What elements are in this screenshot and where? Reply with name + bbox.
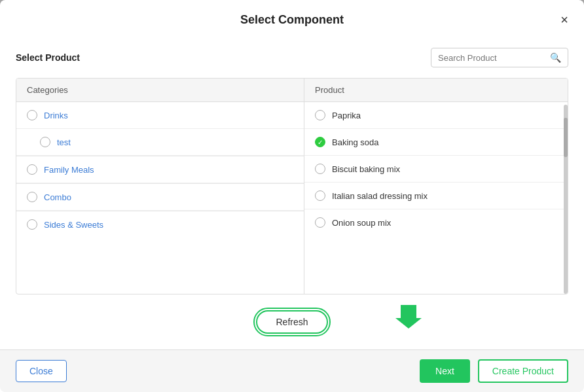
product-item-baking-soda[interactable]: ✓ Baking soda [304,129,568,156]
product-label-paprika: Paprika [332,111,361,120]
svg-marker-0 [395,305,422,329]
arrow-down-icon [393,298,424,332]
category-item-family-meals[interactable]: Family Meals [16,156,304,183]
categories-panel: Categories Drinks test [16,79,304,294]
modal-overlay: Select Component × Select Product 🔍 Cate… [0,0,584,392]
category-item-combo[interactable]: Combo [16,184,304,211]
modal-title: Select Component [240,13,344,27]
products-panel-header: Product [304,79,568,102]
product-label-italian-salad-dressing-mix: Italian salad dressing mix [332,191,428,201]
categories-scroll[interactable]: Drinks test Family Meals [16,102,304,294]
product-item-paprika[interactable]: Paprika [304,102,568,129]
product-label-onion-soup-mix: Onion soup mix [332,218,391,228]
product-item-italian-salad-dressing-mix[interactable]: Italian salad dressing mix [304,183,568,209]
footer-right: Next Create Product [420,359,568,383]
category-label-combo: Combo [44,192,71,202]
radio-paprika[interactable] [315,110,325,120]
category-item-drinks[interactable]: Drinks [16,102,304,129]
search-input[interactable] [438,53,550,63]
categories-panel-header: Categories [16,79,304,102]
modal-body: Select Product 🔍 Categories Drinks [0,37,584,349]
next-button[interactable]: Next [420,359,470,383]
scrollbar [564,105,568,294]
radio-sides-sweets[interactable] [27,219,37,230]
product-item-biscuit-baking-mix[interactable]: Biscuit baking mix [304,156,568,183]
refresh-button[interactable]: Refresh [256,310,327,334]
category-label-test: test [57,137,71,147]
product-label-baking-soda: Baking soda [332,137,379,147]
radio-combo[interactable] [27,192,37,202]
modal-close-button[interactable]: × [560,13,568,26]
radio-drinks[interactable] [27,110,37,120]
search-box: 🔍 [431,48,568,67]
products-panel: Product Paprika ✓ Baking soda [304,79,568,294]
category-label-sides-sweets: Sides & Sweets [44,220,103,230]
modal-header: Select Component × [0,0,584,37]
product-item-onion-soup-mix[interactable]: Onion soup mix [304,209,568,236]
search-icon: 🔍 [550,52,561,63]
product-label-biscuit-baking-mix: Biscuit baking mix [332,164,400,174]
radio-italian-salad-dressing-mix[interactable] [315,190,325,201]
radio-family-meals[interactable] [27,164,37,175]
top-bar: Select Product 🔍 [16,48,568,67]
select-product-label: Select Product [16,52,80,63]
panels: Categories Drinks test [16,78,568,294]
radio-onion-soup-mix[interactable] [315,217,325,228]
category-item-test[interactable]: test [16,129,304,156]
modal-footer: Close Next Create Product [0,349,584,392]
scrollbar-thumb [564,118,568,157]
category-label-family-meals: Family Meals [44,165,94,175]
category-label-drinks: Drinks [44,111,68,120]
create-product-button[interactable]: Create Product [478,359,568,383]
products-scroll[interactable]: Paprika ✓ Baking soda Biscuit baking mix [304,102,568,294]
close-footer-button[interactable]: Close [16,360,67,382]
radio-biscuit-baking-mix[interactable] [315,164,325,174]
category-item-sides-sweets[interactable]: Sides & Sweets [16,211,304,238]
radio-test[interactable] [40,137,50,147]
refresh-area: Refresh [16,305,568,339]
modal: Select Component × Select Product 🔍 Cate… [0,0,584,392]
check-baking-soda[interactable]: ✓ [315,137,325,147]
